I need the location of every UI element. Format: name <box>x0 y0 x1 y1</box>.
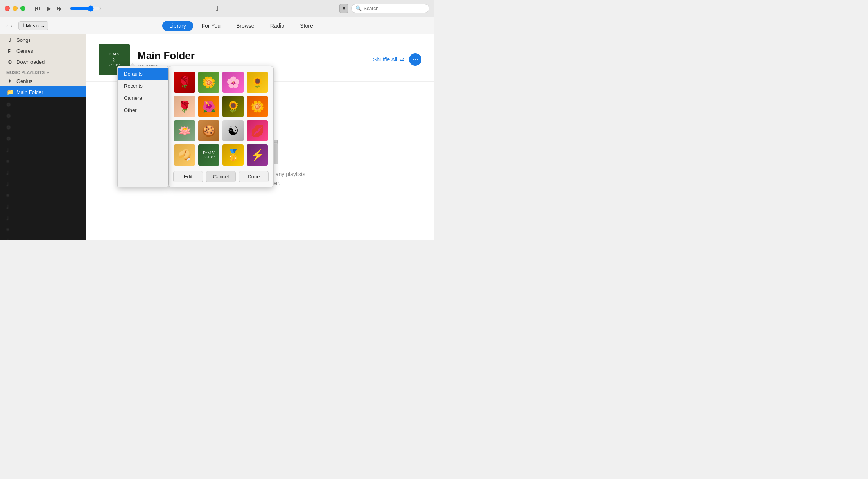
sidebar-dark-item-12[interactable]: ≡ <box>0 224 86 235</box>
music-note-icon: ♩ <box>6 204 9 210</box>
picker-menu-recents[interactable]: Recents <box>118 80 168 92</box>
titlebar: ⏮ ▶ ⏭  ≡ 🔍 <box>0 0 434 17</box>
image-cell-lips[interactable]: 💋 <box>246 119 269 142</box>
image-cell-orange-gerbera[interactable]: 🌼 <box>246 95 269 118</box>
music-note-icon: ♩ <box>6 170 9 176</box>
navbar: ‹ › ♩ Music ⌄ Library For You Browse Rad… <box>0 17 434 34</box>
sidebar: ♩ Songs 🎛 Genres ⊙ Downloaded Music Play… <box>0 34 86 240</box>
sidebar-item-genres[interactable]: 🎛 Genres <box>0 45 86 56</box>
back-button[interactable]: ‹ <box>6 22 8 29</box>
image-picker: 🌹 🌼 🌸 🌻 🌹 <box>168 66 274 187</box>
music-note-icon: ♩ <box>6 147 9 153</box>
sidebar-dark-item-10[interactable]: ♩ <box>0 201 86 212</box>
sidebar-dark-section: ⚙ ⚙ ⚙ ⚙ ♩ ≡ ♩ ♩ ≡ ♩ ♩ ≡ ♩ one iTunes <box>0 97 86 240</box>
sidebar-dark-item-2[interactable]: ⚙ <box>0 110 86 122</box>
sidebar-dark-item-6[interactable]: ≡ <box>0 156 86 167</box>
shuffle-icon: ⇄ <box>400 56 404 63</box>
tab-radio[interactable]: Radio <box>263 21 292 31</box>
edit-button[interactable]: Edit <box>173 171 203 182</box>
image-cell-rose[interactable]: 🌹 <box>173 71 196 94</box>
image-cell-lotus[interactable]: 🪷 <box>173 119 196 142</box>
sidebar-dark-item-11[interactable]: ♩ <box>0 212 86 224</box>
maximize-button[interactable] <box>20 6 25 11</box>
image-cell-orange-flower[interactable]: 🌺 <box>197 95 220 118</box>
image-cell-medal[interactable]: 🥇 <box>222 144 244 166</box>
sidebar-dark-item-3[interactable]: ⚙ <box>0 122 86 133</box>
picker-menu-other[interactable]: Other <box>118 104 168 116</box>
sidebar-dark-item-13[interactable]: ♩ <box>0 235 86 240</box>
image-cell-fortune[interactable]: 🥠 <box>173 144 196 166</box>
music-note-icon: ♩ <box>6 238 9 240</box>
volume-slider[interactable] <box>70 5 101 12</box>
image-cell-cookie[interactable]: 🍪 <box>197 119 220 142</box>
shuffle-all-button[interactable]: Shuffle All ⇄ <box>373 56 404 63</box>
play-button[interactable]: ▶ <box>45 4 53 13</box>
music-note-icon: ♩ <box>6 37 13 43</box>
sidebar-dark-item-7[interactable]: ♩ <box>0 167 86 178</box>
download-icon: ⊙ <box>6 59 13 65</box>
image-cell-sunflower[interactable]: 🌻 <box>246 71 269 94</box>
player-controls: ⏮ ▶ ⏭ <box>33 4 101 13</box>
picker-buttons: Edit Cancel Done <box>173 171 269 182</box>
sidebar-item-downloaded[interactable]: ⊙ Downloaded <box>0 56 86 67</box>
list-view-button[interactable]: ≡ <box>339 4 348 13</box>
genius-icon: ✦ <box>6 78 13 84</box>
image-cell-daisy[interactable]: 🌼 <box>197 71 220 94</box>
gear-icon: ⚙ <box>6 124 11 130</box>
rewind-button[interactable]: ⏮ <box>33 4 43 13</box>
tab-store[interactable]: Store <box>293 21 320 31</box>
cancel-button[interactable]: Cancel <box>206 171 236 182</box>
image-grid: 🌹 🌼 🌸 🌻 🌹 <box>173 71 269 166</box>
image-cell-math[interactable]: E=M·V72·10⁻³ <box>197 144 220 166</box>
minimize-button[interactable] <box>13 6 18 11</box>
image-cell-peach-rose[interactable]: 🌹 <box>173 95 196 118</box>
folder-icon: 📁 <box>6 89 13 95</box>
fast-forward-button[interactable]: ⏭ <box>55 4 65 13</box>
sidebar-dark-item-1[interactable]: ⚙ <box>0 99 86 110</box>
picker-menu-camera[interactable]: Camera <box>118 92 168 104</box>
nav-tabs: Library For You Browse Radio Store <box>55 21 428 31</box>
image-cell-lightning[interactable]: ⚡ <box>246 144 269 166</box>
sidebar-item-songs[interactable]: ♩ Songs <box>0 34 86 45</box>
list-icon: ≡ <box>6 227 9 232</box>
image-cell-pink-flower[interactable]: 🌸 <box>222 71 244 94</box>
sidebar-item-main-folder[interactable]: 📁 Main Folder <box>0 86 86 97</box>
list-icon: ≡ <box>6 158 9 164</box>
gear-icon: ⚙ <box>6 113 11 119</box>
gear-icon: ⚙ <box>6 102 11 108</box>
search-icon: 🔍 <box>355 5 362 11</box>
source-selector[interactable]: ♩ Music ⌄ <box>18 21 48 30</box>
picker-menu-defaults[interactable]: Defaults <box>118 68 168 80</box>
forward-button[interactable]: › <box>10 22 12 29</box>
titlebar-right: ≡ 🔍 <box>339 4 429 13</box>
tab-browse[interactable]: Browse <box>229 21 262 31</box>
gear-icon: ⚙ <box>6 136 11 142</box>
search-box[interactable]: 🔍 <box>351 4 429 13</box>
image-cell-yinyang[interactable]: ☯ <box>222 119 244 142</box>
chevron-down-icon: ⌄ <box>41 23 45 29</box>
image-picker-container: Defaults Recents Camera Other 🌹 🌼 <box>117 66 274 187</box>
content-area: E=M·V ∑ 72·10⁻³ Main Folder No items Shu… <box>86 34 434 240</box>
main-layout: ♩ Songs 🎛 Genres ⊙ Downloaded Music Play… <box>0 34 434 240</box>
sidebar-dark-item-8[interactable]: ♩ <box>0 178 86 190</box>
image-cell-black-sunflower[interactable]: 🌻 <box>222 95 244 118</box>
list-icon: ≡ <box>6 193 9 198</box>
apple-logo-icon:  <box>216 4 219 13</box>
tab-library[interactable]: Library <box>162 21 193 31</box>
done-button[interactable]: Done <box>239 171 269 182</box>
more-options-button[interactable]: ··· <box>409 53 421 66</box>
sidebar-dark-item-5[interactable]: ♩ <box>0 144 86 156</box>
sidebar-item-genius[interactable]: ✦ Genius <box>0 76 86 86</box>
sidebar-dark-item-4[interactable]: ⚙ <box>0 133 86 144</box>
ellipsis-icon: ··· <box>412 56 418 64</box>
source-label: Music <box>26 23 39 29</box>
traffic-lights <box>5 6 25 11</box>
tab-for-you[interactable]: For You <box>195 21 228 31</box>
search-input[interactable] <box>364 6 425 11</box>
sidebar-dark-item-9[interactable]: ≡ <box>0 190 86 201</box>
close-button[interactable] <box>5 6 10 11</box>
music-playlists-section[interactable]: Music Playlists ⌄ <box>0 67 86 76</box>
genres-icon: 🎛 <box>6 48 13 54</box>
picker-menu: Defaults Recents Camera Other <box>117 66 168 187</box>
titlebar-left: ⏮ ▶ ⏭ <box>5 4 101 13</box>
